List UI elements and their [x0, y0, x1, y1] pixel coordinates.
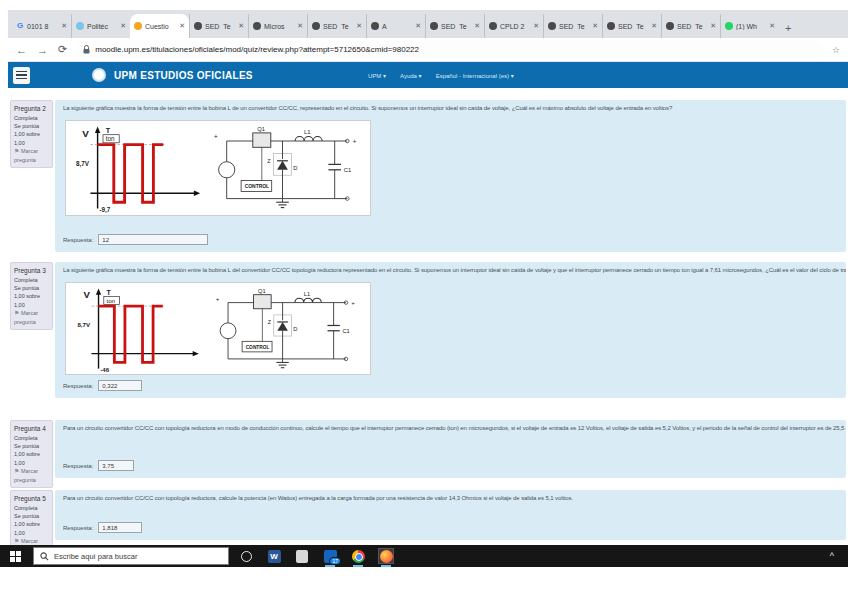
bookmark-star-icon[interactable]: ☆ — [832, 45, 840, 55]
tab-close-icon[interactable]: ✕ — [710, 22, 716, 30]
tab-close-icon[interactable]: ✕ — [533, 22, 539, 30]
browser-tab[interactable]: CPLD 2✕ — [484, 14, 543, 38]
tab-close-icon[interactable]: ✕ — [769, 22, 775, 30]
browser-tab[interactable]: Politéc✕ — [71, 14, 130, 38]
flag-icon: ⚑ — [14, 310, 19, 316]
answer-label: Respuesta: — [63, 237, 93, 243]
menu-upm[interactable]: UPM ▾ — [368, 72, 386, 79]
flag-question-link[interactable]: ⚑ Marcar pregunta — [14, 309, 49, 326]
svg-text:8,7V: 8,7V — [76, 160, 90, 168]
question-number: Pregunta 4 — [14, 424, 49, 434]
chevron-down-icon: ▾ — [419, 73, 422, 79]
browser-tab[interactable]: SED_Te✕ — [425, 14, 484, 38]
browser-tab[interactable]: SED_Te✕ — [602, 14, 661, 38]
tab-close-icon[interactable]: ✕ — [474, 22, 480, 30]
waveform-plot: V T ton 8,7V -9,7 — [70, 123, 208, 213]
buck-converter-circuit: + Q1 Z D L1 C1 + C — [208, 285, 366, 373]
menu-language[interactable]: Español - Internacional (es) ▾ — [436, 72, 514, 79]
start-button-icon[interactable] — [10, 551, 21, 562]
cortana-icon[interactable] — [239, 549, 253, 563]
taskbar-search[interactable]: Escribe aquí para buscar — [33, 547, 229, 565]
site-favicon-icon — [312, 22, 320, 30]
outlook-icon[interactable]: 17 — [323, 549, 337, 563]
site-favicon-icon — [253, 22, 261, 30]
site-favicon-icon — [548, 22, 556, 30]
svg-text:Q1: Q1 — [258, 287, 266, 293]
browser-tab[interactable]: SED_Te✕ — [307, 14, 366, 38]
tab-close-icon[interactable]: ✕ — [238, 22, 244, 30]
browser-tab[interactable]: SED_Te✕ — [661, 14, 720, 38]
question-state: Completa — [14, 276, 49, 284]
question-grade: Se puntúa 1,00 sobre 1,00 — [14, 284, 49, 309]
padlock-icon — [83, 45, 90, 54]
question-text: La siguiente gráfica muestra la forma de… — [55, 262, 846, 273]
question-state: Completa — [14, 114, 49, 122]
browser-tab[interactable]: Micros✕ — [248, 14, 307, 38]
answer-input[interactable] — [98, 460, 134, 471]
windows-taskbar: Escribe aquí para buscar W 17 ^ — [0, 545, 848, 567]
tab-close-icon[interactable]: ✕ — [61, 22, 67, 30]
svg-text:L1: L1 — [304, 129, 311, 135]
question-number: Pregunta 3 — [14, 266, 49, 276]
browser-tab[interactable]: (1) Wh✕ — [720, 14, 779, 38]
chevron-down-icon: ▾ — [383, 73, 386, 79]
firefox-icon[interactable] — [379, 549, 393, 563]
browser-tab[interactable]: SED_Te✕ — [189, 14, 248, 38]
url-text: moodle.upm.es/titulaciones/oficiales/mod… — [95, 45, 419, 54]
new-tab-button[interactable]: + — [785, 22, 791, 34]
svg-text:+: + — [353, 138, 357, 145]
back-button[interactable]: ← — [16, 44, 27, 56]
browser-tab-active[interactable]: Cuestio✕ — [130, 14, 189, 38]
answer-label: Respuesta: — [63, 383, 93, 389]
question-state: Completa — [14, 504, 49, 512]
answer-label: Respuesta: — [63, 463, 93, 469]
reload-button[interactable]: ⟳ — [58, 43, 67, 56]
answer-input[interactable] — [98, 380, 142, 391]
site-favicon-icon — [666, 22, 674, 30]
browser-tab[interactable]: A✕ — [366, 14, 425, 38]
question-body: Para un circuito convertidor CC/CC con t… — [55, 420, 846, 478]
tab-close-icon[interactable]: ✕ — [179, 22, 185, 30]
tab-close-icon[interactable]: ✕ — [120, 22, 126, 30]
question-info-box: Pregunta 2 Completa Se puntúa 1,00 sobre… — [10, 100, 53, 168]
question-text: La siguiente gráfica muestra la forma de… — [55, 100, 846, 111]
tab-close-icon[interactable]: ✕ — [297, 22, 303, 30]
tab-close-icon[interactable]: ✕ — [356, 22, 362, 30]
forward-button[interactable]: → — [37, 44, 48, 56]
tray-chevron-icon[interactable]: ^ — [830, 551, 834, 561]
hamburger-menu-icon[interactable] — [13, 67, 30, 84]
address-bar[interactable]: moodle.upm.es/titulaciones/oficiales/mod… — [77, 41, 824, 58]
browser-tab[interactable]: SED_Te✕ — [543, 14, 602, 38]
tab-close-icon[interactable]: ✕ — [651, 22, 657, 30]
word-icon[interactable]: W — [267, 549, 281, 563]
flag-question-link[interactable]: ⚑ Marcar pregunta — [14, 147, 49, 164]
question-body: Para un circuito convertidor CC/CC con t… — [55, 490, 846, 540]
tab-close-icon[interactable]: ✕ — [592, 22, 598, 30]
question-info-box: Pregunta 4 Completa Se puntúa 1,00 sobre… — [10, 420, 53, 488]
moodle-header: UPM ESTUDIOS OFICIALES UPM ▾ Ayuda ▾ Esp… — [8, 62, 848, 88]
browser-tab[interactable]: G0101 8✕ — [12, 14, 71, 38]
answer-input[interactable] — [98, 234, 208, 245]
answer-row: Respuesta: — [63, 380, 142, 391]
notification-badge: 17 — [329, 557, 341, 565]
tab-close-icon[interactable]: ✕ — [415, 22, 421, 30]
question-body: La siguiente gráfica muestra la forma de… — [55, 262, 846, 398]
svg-text:L1: L1 — [304, 290, 310, 296]
svg-text:D: D — [293, 165, 297, 171]
site-brand[interactable]: UPM ESTUDIOS OFICIALES — [114, 70, 253, 81]
tab-strip: G0101 8✕ Politéc✕ Cuestio✕ SED_Te✕ Micro… — [8, 10, 848, 38]
answer-input[interactable] — [98, 522, 142, 533]
question-info-box: Pregunta 3 Completa Se puntúa 1,00 sobre… — [10, 262, 53, 330]
answer-row: Respuesta: — [63, 460, 134, 471]
svg-text:-46: -46 — [100, 366, 109, 373]
calculator-icon[interactable] — [295, 549, 309, 563]
flag-question-link[interactable]: ⚑ Marcar pregunta — [14, 467, 49, 484]
svg-text:+: + — [214, 133, 218, 140]
question-figure: V T ton 8,7V -46 + Q1 — [65, 282, 371, 375]
svg-text:C1: C1 — [342, 327, 349, 333]
search-icon — [40, 552, 49, 561]
chrome-icon[interactable] — [351, 549, 365, 563]
svg-text:+: + — [351, 299, 355, 306]
menu-ayuda[interactable]: Ayuda ▾ — [400, 72, 422, 79]
upm-logo — [92, 68, 106, 82]
